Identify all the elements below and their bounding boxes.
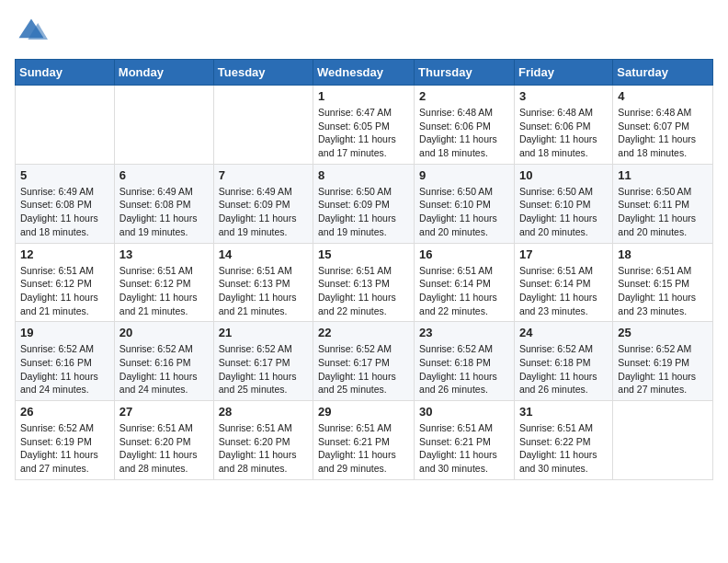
calendar-cell: 8Sunrise: 6:50 AM Sunset: 6:09 PM Daylig…	[313, 164, 415, 243]
day-info: Sunrise: 6:52 AM Sunset: 6:18 PM Dayligh…	[419, 342, 509, 396]
day-number: 15	[318, 247, 409, 261]
day-of-week-header: Monday	[114, 60, 213, 86]
calendar-cell: 1Sunrise: 6:47 AM Sunset: 6:05 PM Daylig…	[313, 86, 415, 165]
logo	[15, 15, 51, 48]
day-of-week-header: Tuesday	[213, 60, 313, 86]
day-number: 6	[119, 168, 209, 182]
day-number: 18	[618, 247, 708, 261]
calendar-cell: 18Sunrise: 6:51 AM Sunset: 6:15 PM Dayli…	[613, 243, 713, 322]
day-number: 27	[119, 405, 209, 419]
calendar-week-row: 19Sunrise: 6:52 AM Sunset: 6:16 PM Dayli…	[16, 322, 713, 401]
day-number: 1	[318, 89, 409, 103]
day-number: 11	[618, 168, 708, 182]
day-info: Sunrise: 6:51 AM Sunset: 6:22 PM Dayligh…	[519, 421, 608, 476]
day-of-week-header: Thursday	[415, 60, 515, 86]
calendar-cell: 16Sunrise: 6:51 AM Sunset: 6:14 PM Dayli…	[415, 243, 515, 322]
day-number: 13	[119, 247, 209, 261]
calendar-cell: 12Sunrise: 6:51 AM Sunset: 6:12 PM Dayli…	[16, 243, 115, 322]
calendar-cell: 4Sunrise: 6:48 AM Sunset: 6:07 PM Daylig…	[613, 86, 713, 165]
day-number: 23	[419, 326, 509, 339]
day-number: 19	[20, 326, 109, 339]
day-info: Sunrise: 6:51 AM Sunset: 6:14 PM Dayligh…	[519, 264, 608, 318]
day-number: 17	[519, 247, 608, 261]
calendar-table: SundayMondayTuesdayWednesdayThursdayFrid…	[15, 59, 713, 480]
calendar-cell: 10Sunrise: 6:50 AM Sunset: 6:10 PM Dayli…	[514, 164, 612, 243]
calendar-cell: 15Sunrise: 6:51 AM Sunset: 6:13 PM Dayli…	[313, 243, 415, 322]
day-info: Sunrise: 6:52 AM Sunset: 6:18 PM Dayligh…	[519, 342, 608, 396]
day-number: 21	[219, 326, 308, 339]
day-number: 12	[20, 247, 109, 261]
day-number: 28	[219, 405, 308, 419]
page-header	[15, 15, 713, 48]
calendar-cell: 5Sunrise: 6:49 AM Sunset: 6:08 PM Daylig…	[16, 164, 115, 243]
day-number: 26	[20, 405, 109, 419]
calendar-cell: 13Sunrise: 6:51 AM Sunset: 6:12 PM Dayli…	[114, 243, 213, 322]
day-info: Sunrise: 6:48 AM Sunset: 6:06 PM Dayligh…	[519, 106, 608, 160]
calendar-header-row: SundayMondayTuesdayWednesdayThursdayFrid…	[16, 60, 713, 86]
day-info: Sunrise: 6:48 AM Sunset: 6:07 PM Dayligh…	[618, 106, 708, 160]
day-info: Sunrise: 6:50 AM Sunset: 6:11 PM Dayligh…	[618, 185, 708, 239]
day-info: Sunrise: 6:49 AM Sunset: 6:09 PM Dayligh…	[219, 185, 308, 239]
calendar-cell	[213, 86, 313, 165]
day-info: Sunrise: 6:52 AM Sunset: 6:16 PM Dayligh…	[119, 342, 209, 396]
day-info: Sunrise: 6:51 AM Sunset: 6:13 PM Dayligh…	[219, 264, 308, 318]
calendar-cell: 29Sunrise: 6:51 AM Sunset: 6:21 PM Dayli…	[313, 401, 415, 480]
day-number: 14	[219, 247, 308, 261]
calendar-cell: 31Sunrise: 6:51 AM Sunset: 6:22 PM Dayli…	[514, 401, 612, 480]
calendar-cell: 24Sunrise: 6:52 AM Sunset: 6:18 PM Dayli…	[514, 322, 612, 401]
day-info: Sunrise: 6:50 AM Sunset: 6:09 PM Dayligh…	[318, 185, 409, 239]
calendar-cell: 30Sunrise: 6:51 AM Sunset: 6:21 PM Dayli…	[415, 401, 515, 480]
day-info: Sunrise: 6:49 AM Sunset: 6:08 PM Dayligh…	[119, 185, 209, 239]
day-number: 16	[419, 247, 509, 261]
day-info: Sunrise: 6:50 AM Sunset: 6:10 PM Dayligh…	[519, 185, 608, 239]
calendar-week-row: 26Sunrise: 6:52 AM Sunset: 6:19 PM Dayli…	[16, 401, 713, 480]
day-info: Sunrise: 6:51 AM Sunset: 6:21 PM Dayligh…	[318, 421, 409, 476]
calendar-cell: 20Sunrise: 6:52 AM Sunset: 6:16 PM Dayli…	[114, 322, 213, 401]
calendar-cell: 25Sunrise: 6:52 AM Sunset: 6:19 PM Dayli…	[613, 322, 713, 401]
day-info: Sunrise: 6:51 AM Sunset: 6:15 PM Dayligh…	[618, 264, 708, 318]
day-info: Sunrise: 6:50 AM Sunset: 6:10 PM Dayligh…	[419, 185, 509, 239]
day-of-week-header: Saturday	[613, 60, 713, 86]
day-number: 4	[618, 89, 708, 103]
day-info: Sunrise: 6:51 AM Sunset: 6:20 PM Dayligh…	[119, 421, 209, 476]
day-number: 29	[318, 405, 409, 419]
calendar-week-row: 1Sunrise: 6:47 AM Sunset: 6:05 PM Daylig…	[16, 86, 713, 165]
calendar-cell: 26Sunrise: 6:52 AM Sunset: 6:19 PM Dayli…	[16, 401, 115, 480]
calendar-cell: 2Sunrise: 6:48 AM Sunset: 6:06 PM Daylig…	[415, 86, 515, 165]
day-number: 9	[419, 168, 509, 182]
day-info: Sunrise: 6:51 AM Sunset: 6:12 PM Dayligh…	[20, 264, 109, 318]
day-info: Sunrise: 6:52 AM Sunset: 6:17 PM Dayligh…	[318, 342, 409, 396]
calendar-cell: 27Sunrise: 6:51 AM Sunset: 6:20 PM Dayli…	[114, 401, 213, 480]
day-of-week-header: Wednesday	[313, 60, 415, 86]
calendar-week-row: 12Sunrise: 6:51 AM Sunset: 6:12 PM Dayli…	[16, 243, 713, 322]
day-info: Sunrise: 6:51 AM Sunset: 6:21 PM Dayligh…	[419, 421, 509, 476]
day-number: 31	[519, 405, 608, 419]
calendar-cell: 19Sunrise: 6:52 AM Sunset: 6:16 PM Dayli…	[16, 322, 115, 401]
day-number: 25	[618, 326, 708, 339]
day-number: 3	[519, 89, 608, 103]
day-number: 7	[219, 168, 308, 182]
calendar-cell: 3Sunrise: 6:48 AM Sunset: 6:06 PM Daylig…	[514, 86, 612, 165]
day-info: Sunrise: 6:52 AM Sunset: 6:19 PM Dayligh…	[618, 342, 708, 396]
calendar-cell: 9Sunrise: 6:50 AM Sunset: 6:10 PM Daylig…	[415, 164, 515, 243]
day-number: 10	[519, 168, 608, 182]
calendar-cell: 22Sunrise: 6:52 AM Sunset: 6:17 PM Dayli…	[313, 322, 415, 401]
day-number: 24	[519, 326, 608, 339]
calendar-cell: 11Sunrise: 6:50 AM Sunset: 6:11 PM Dayli…	[613, 164, 713, 243]
day-info: Sunrise: 6:48 AM Sunset: 6:06 PM Dayligh…	[419, 106, 509, 160]
day-of-week-header: Friday	[514, 60, 612, 86]
calendar-cell: 14Sunrise: 6:51 AM Sunset: 6:13 PM Dayli…	[213, 243, 313, 322]
logo-icon	[15, 15, 48, 48]
calendar-cell: 6Sunrise: 6:49 AM Sunset: 6:08 PM Daylig…	[114, 164, 213, 243]
calendar-cell: 23Sunrise: 6:52 AM Sunset: 6:18 PM Dayli…	[415, 322, 515, 401]
day-of-week-header: Sunday	[16, 60, 115, 86]
day-info: Sunrise: 6:47 AM Sunset: 6:05 PM Dayligh…	[318, 106, 409, 160]
day-number: 30	[419, 405, 509, 419]
day-number: 20	[119, 326, 209, 339]
calendar-cell: 21Sunrise: 6:52 AM Sunset: 6:17 PM Dayli…	[213, 322, 313, 401]
day-number: 22	[318, 326, 409, 339]
day-number: 2	[419, 89, 509, 103]
day-number: 8	[318, 168, 409, 182]
day-info: Sunrise: 6:51 AM Sunset: 6:12 PM Dayligh…	[119, 264, 209, 318]
day-info: Sunrise: 6:51 AM Sunset: 6:13 PM Dayligh…	[318, 264, 409, 318]
